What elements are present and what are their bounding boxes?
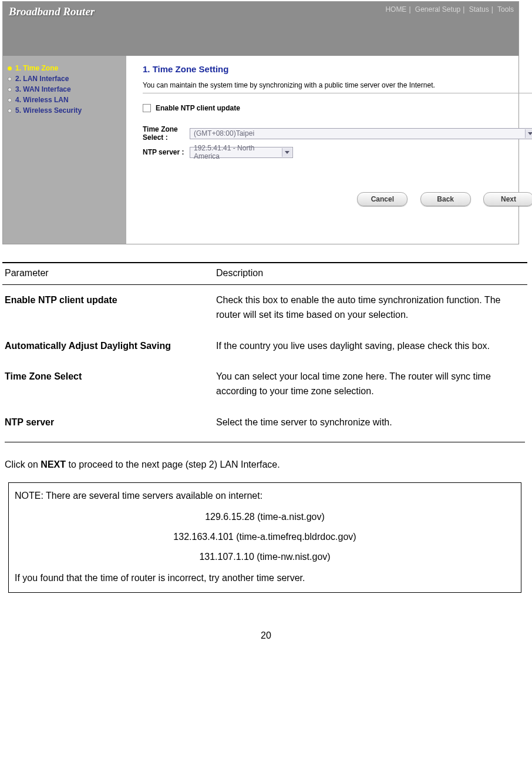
param-header: Parameter xyxy=(2,263,214,285)
nav-general-setup[interactable]: General Setup xyxy=(415,5,460,14)
nav-status[interactable]: Status xyxy=(469,5,489,14)
param-desc: Select the time server to synchronize wi… xyxy=(214,407,527,442)
note-footer: If you found that the time of router is … xyxy=(15,571,515,585)
param-desc: Check this box to enable the auto time s… xyxy=(214,285,527,331)
sidebar-item-label: 5. Wireless Security xyxy=(15,106,82,115)
parameter-table: Parameter Description Enable NTP client … xyxy=(2,262,527,442)
enable-ntp-label: Enable NTP client update xyxy=(156,104,240,112)
instruction-text: Click on NEXT to proceed to the next pag… xyxy=(5,458,525,472)
param-name: Automatically Adjust Daylight Saving xyxy=(2,331,214,362)
note-server: 132.163.4.101 (time-a.timefreq.bldrdoc.g… xyxy=(15,530,515,544)
note-server: 131.107.1.10 (time-nw.nist.gov) xyxy=(15,550,515,564)
next-button[interactable]: Next xyxy=(483,192,532,206)
bullet-icon xyxy=(8,88,12,92)
sidebar-item-wireless-security[interactable]: 5. Wireless Security xyxy=(8,106,122,115)
sidebar-item-label: 2. LAN Interface xyxy=(15,75,69,83)
router-title: Broadband Router xyxy=(9,5,95,18)
divider xyxy=(5,442,525,442)
timezone-label: Time Zone Select : xyxy=(143,125,190,142)
bullet-icon xyxy=(8,98,12,102)
param-name: Enable NTP client update xyxy=(2,285,214,331)
param-desc: You can select your local time zone here… xyxy=(214,361,527,407)
instruction-post: to proceed to the next page (step 2) LAN… xyxy=(66,459,280,469)
documentation: Parameter Description Enable NTP client … xyxy=(0,262,532,593)
ntp-server-select-value: 192.5.41.41 - North America xyxy=(194,144,280,160)
chevron-down-icon xyxy=(282,148,292,157)
router-screenshot: Broadband Router HOME| General Setup| St… xyxy=(2,1,519,244)
note-server: 129.6.15.28 (time-a.nist.gov) xyxy=(15,510,515,524)
ntp-server-select[interactable]: 192.5.41.41 - North America xyxy=(190,147,293,158)
router-nav: HOME| General Setup| Status| Tools xyxy=(385,5,514,14)
timezone-select-value: (GMT+08:00)Taipei xyxy=(194,129,254,137)
table-row: NTP server Select the time server to syn… xyxy=(2,407,527,442)
panel-heading: 1. Time Zone Setting xyxy=(143,64,532,74)
note-box: NOTE: There are several time servers ava… xyxy=(8,482,521,593)
sidebar-item-time-zone[interactable]: 1. Time Zone xyxy=(8,64,122,72)
sidebar-item-label: 1. Time Zone xyxy=(15,64,58,72)
main-panel: 1. Time Zone Setting You can maintain th… xyxy=(126,56,532,244)
back-button[interactable]: Back xyxy=(420,192,471,206)
sidebar-item-wan-interface[interactable]: 3. WAN Interface xyxy=(8,85,122,93)
timezone-select[interactable]: (GMT+08:00)Taipei xyxy=(190,128,532,139)
note-title: NOTE: There are several time servers ava… xyxy=(15,489,515,503)
ntp-server-label: NTP server : xyxy=(143,148,190,156)
table-row: Time Zone Select You can select your loc… xyxy=(2,361,527,407)
router-header: Broadband Router HOME| General Setup| St… xyxy=(3,2,518,56)
divider xyxy=(143,93,532,93)
nav-tools[interactable]: Tools xyxy=(497,5,514,14)
param-desc: If the country you live uses daylight sa… xyxy=(214,331,527,362)
table-row: Automatically Adjust Daylight Saving If … xyxy=(2,331,527,362)
instruction-bold: NEXT xyxy=(41,459,66,469)
sidebar-item-label: 3. WAN Interface xyxy=(15,85,71,93)
sidebar-item-label: 4. Wireless LAN xyxy=(15,96,69,104)
bullet-active-icon xyxy=(8,66,12,71)
param-name: NTP server xyxy=(2,407,214,442)
param-name: Time Zone Select xyxy=(2,361,214,407)
nav-home[interactable]: HOME xyxy=(385,5,406,14)
sidebar-item-wireless-lan[interactable]: 4. Wireless LAN xyxy=(8,96,122,104)
cancel-button[interactable]: Cancel xyxy=(357,192,408,206)
instruction-pre: Click on xyxy=(5,459,41,469)
page-number: 20 xyxy=(0,630,532,653)
enable-ntp-checkbox[interactable] xyxy=(143,104,151,112)
sidebar: 1. Time Zone 2. LAN Interface 3. WAN Int… xyxy=(3,56,126,244)
sidebar-item-lan-interface[interactable]: 2. LAN Interface xyxy=(8,75,122,83)
panel-description: You can maintain the system time by sync… xyxy=(143,81,532,89)
bullet-icon xyxy=(8,77,12,81)
note-servers: 129.6.15.28 (time-a.nist.gov) 132.163.4.… xyxy=(15,510,515,564)
button-row: Cancel Back Next xyxy=(143,192,532,206)
bullet-icon xyxy=(8,109,12,113)
desc-header: Description xyxy=(214,263,527,285)
chevron-down-icon xyxy=(525,129,532,138)
table-row: Enable NTP client update Check this box … xyxy=(2,285,527,331)
